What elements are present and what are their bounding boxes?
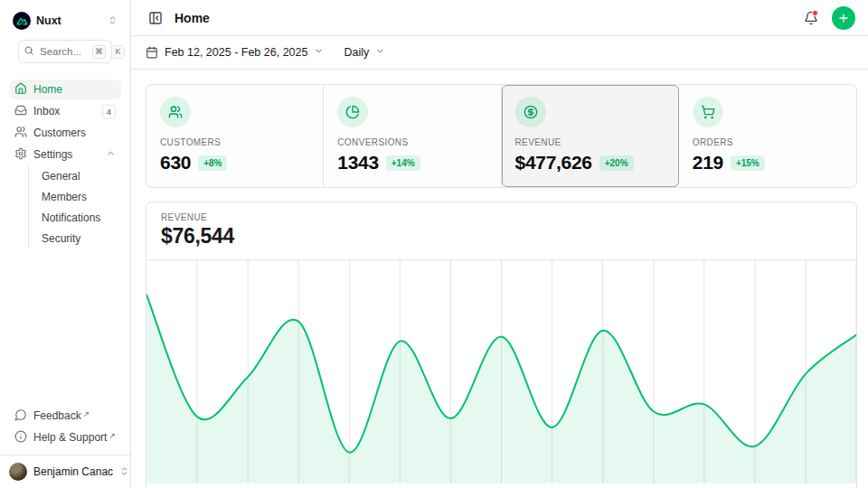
sidebar-item-customers[interactable]: Customers [9, 123, 121, 143]
users-icon [14, 126, 27, 141]
topbar: Home [131, 0, 868, 36]
notification-dot [812, 10, 818, 16]
sidebar-item-label: Inbox [33, 105, 96, 117]
sidebar-item-label: Settings [33, 148, 99, 161]
stat-value: 1343 [337, 152, 379, 174]
kbd-meta: ⌘ [92, 45, 106, 59]
search-input[interactable]: Search... ⌘ K [18, 40, 112, 63]
kbd-k: K [111, 45, 125, 59]
sidebar-item-label: Home [33, 83, 116, 96]
sidebar: Nuxt Search... ⌘ K Home [0, 0, 131, 488]
stat-label: CUSTOMERS [160, 137, 309, 147]
avatar [9, 463, 27, 481]
calendar-icon [146, 46, 158, 59]
sidebar-item-home[interactable]: Home [9, 80, 121, 99]
chevron-down-icon [314, 46, 324, 59]
stat-card-orders[interactable]: ORDERS 219 +15% [679, 85, 856, 187]
sidebar-item-help-support[interactable]: Help & Support↗ [9, 427, 121, 447]
period-value: Daily [344, 46, 369, 59]
period-select[interactable]: Daily [344, 46, 385, 59]
sidebar-item-members[interactable]: Members [40, 187, 112, 206]
sidebar-item-notifications[interactable]: Notifications [40, 208, 112, 227]
stats-row: CUSTOMERS 630 +8% CONVERSIONS 1343 +14% [146, 84, 857, 188]
user-name: Benjamin Canac [33, 465, 113, 478]
collapse-sidebar-button[interactable] [146, 6, 165, 30]
stat-label: REVENUE [515, 137, 665, 147]
panel-left-close-icon [148, 11, 163, 25]
stat-value: $477,626 [515, 152, 592, 174]
date-range-picker[interactable]: Feb 12, 2025 - Feb 26, 2025 [146, 46, 324, 59]
chart-title: REVENUE [161, 212, 842, 222]
chart-pie-icon [337, 97, 368, 127]
filter-bar: Feb 12, 2025 - Feb 26, 2025 Daily [131, 36, 868, 70]
nuxt-logo-icon [13, 12, 31, 30]
chevron-up-icon [106, 148, 116, 161]
search-placeholder: Search... [40, 46, 81, 57]
message-circle-icon [14, 408, 27, 424]
sidebar-item-settings[interactable]: Settings [9, 145, 121, 164]
inbox-count-badge: 4 [102, 105, 116, 118]
notifications-button[interactable] [799, 6, 823, 30]
change-badge: +14% [386, 155, 420, 171]
change-badge: +8% [198, 155, 227, 171]
plus-icon [837, 12, 850, 24]
chart-header: REVENUE $76,544 [146, 202, 856, 260]
stat-value: 630 [160, 152, 191, 174]
stat-label: ORDERS [693, 137, 843, 147]
workspace-name: Nuxt [36, 14, 61, 27]
workspace-selector[interactable]: Nuxt [9, 9, 121, 33]
gear-icon [14, 147, 27, 163]
page-title: Home [175, 11, 210, 25]
info-icon [14, 430, 27, 446]
inbox-icon [14, 104, 27, 119]
stat-value: 219 [693, 152, 723, 174]
sidebar-item-general[interactable]: General [40, 166, 112, 185]
circle-dollar-icon [515, 97, 546, 127]
app-window: Nuxt Search... ⌘ K Home [0, 0, 868, 488]
chevrons-up-down-icon [119, 464, 129, 480]
users-icon [160, 97, 191, 127]
change-badge: +20% [599, 155, 634, 171]
settings-subnav: General Members Notifications Security [28, 166, 112, 248]
chart-current-value: $76,544 [161, 224, 842, 249]
stat-card-conversions[interactable]: CONVERSIONS 1343 +14% [324, 85, 501, 187]
dashboard-content: CUSTOMERS 630 +8% CONVERSIONS 1343 +14% [131, 70, 868, 488]
house-icon [14, 82, 27, 98]
sidebar-item-feedback[interactable]: Feedback↗ [9, 406, 121, 426]
sidebar-item-label: Customers [33, 127, 116, 139]
sidebar-item-inbox[interactable]: Inbox 4 [9, 101, 121, 121]
change-badge: +15% [731, 155, 765, 171]
chevrons-up-down-icon [108, 13, 118, 29]
revenue-area-chart[interactable]: 14 Feb16 Feb18 Feb20 Feb22 Feb24 Feb [146, 260, 856, 488]
date-range-value: Feb 12, 2025 - Feb 26, 2025 [165, 46, 307, 59]
revenue-chart-card: REVENUE $76,544 14 Feb16 Feb18 Feb20 Feb… [146, 202, 857, 488]
external-link-icon: ↗ [108, 431, 116, 440]
sidebar-nav: Home Inbox 4 Customers Settings [0, 72, 130, 249]
chevron-down-icon [375, 46, 385, 59]
stat-card-revenue[interactable]: REVENUE $477,626 +20% [502, 85, 679, 187]
main-panel: Home Feb 12, 2025 - Feb 26, 2025 Daily [131, 0, 868, 488]
search-icon [24, 43, 34, 60]
external-link-icon: ↗ [83, 409, 90, 418]
shopping-cart-icon [693, 97, 723, 127]
chart-body: 14 Feb16 Feb18 Feb20 Feb22 Feb24 Feb [146, 260, 856, 488]
stat-label: CONVERSIONS [337, 137, 486, 147]
stat-card-customers[interactable]: CUSTOMERS 630 +8% [146, 85, 324, 187]
sidebar-item-security[interactable]: Security [40, 229, 112, 248]
user-menu[interactable]: Benjamin Canac [0, 455, 130, 488]
add-button[interactable] [832, 6, 855, 30]
